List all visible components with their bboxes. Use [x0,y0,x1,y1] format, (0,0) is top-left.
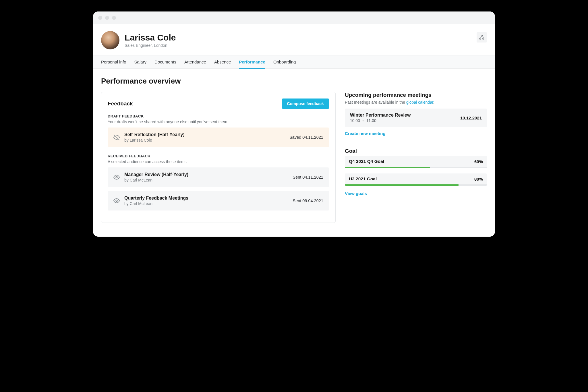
tabs-bar: Personal infoSalaryDocumentsAttendanceAb… [93,55,495,69]
goal-name: Q4 2021 Q4 Goal [349,159,384,164]
tab-documents[interactable]: Documents [154,55,176,68]
compose-feedback-button[interactable]: Compose feedback [282,99,329,109]
goals-heading: Goal [345,148,487,154]
feedback-item-status: Sent 04.11.2021 [293,175,323,179]
global-calendar-link[interactable]: global calendar [406,100,433,105]
goal-progress-fill [345,167,430,168]
tab-performance[interactable]: Performance [239,55,265,68]
feedback-item[interactable]: Manager Review (Half-Yearly) by Carl McL… [108,167,329,187]
window-control-dot[interactable] [98,16,102,20]
feedback-item-title: Quarterly Feedback Meetings [124,196,293,201]
meetings-hint-prefix: Past meetings are available in the [345,100,406,105]
tab-personal-info[interactable]: Personal info [101,55,126,68]
feedback-item-status: Saved 04.11.2021 [289,135,323,140]
feedback-item[interactable]: Quarterly Feedback Meetings by Carl McLe… [108,191,329,211]
goal-name: H2 2021 Goal [349,176,377,181]
tab-salary[interactable]: Salary [134,55,147,68]
app-window: Larissa Cole Sales Engineer, London Pers… [93,11,495,237]
tab-absence[interactable]: Absence [214,55,231,68]
meetings-hint: Past meetings are available in the globa… [345,100,487,105]
goal-progress-bar [345,167,487,168]
feedback-item[interactable]: Self-Reflection (Half-Yearly) by Larissa… [108,128,329,147]
tab-attendance[interactable]: Attendance [184,55,206,68]
user-subtitle: Sales Engineer, London [125,43,176,48]
eye-off-icon [113,134,121,140]
svg-point-4 [116,176,117,178]
eye-icon [113,198,121,204]
tab-onboarding[interactable]: Onboarding [273,55,296,68]
view-goals-link[interactable]: View goals [345,191,367,196]
draft-feedback-heading: DRAFT FEEDBACK [108,114,329,118]
window-control-dot[interactable] [112,16,116,20]
svg-rect-2 [483,38,484,39]
org-chart-button[interactable] [477,32,487,43]
feedback-item-author: by Larissa Cole [124,138,289,142]
meeting-date: 10.12.2021 [460,115,482,120]
svg-point-5 [116,200,117,202]
page-title: Performance overview [101,77,487,86]
eye-icon [113,174,121,180]
meetings-hint-suffix: . [433,100,434,105]
feedback-item-title: Self-Reflection (Half-Yearly) [124,132,289,137]
content-area: Performance overview Feedback Compose fe… [93,69,495,237]
goal-item[interactable]: Q4 2021 Q4 Goal60% [345,156,487,168]
section-divider [345,142,487,142]
svg-rect-1 [480,38,481,39]
avatar[interactable] [101,31,119,49]
create-meeting-link[interactable]: Create new meeting [345,131,386,136]
feedback-card: Feedback Compose feedback DRAFT FEEDBACK… [101,92,336,223]
window-titlebar [93,11,495,24]
goal-percent: 80% [474,177,483,181]
received-feedback-heading: RECEIVED FEEDBACK [108,154,329,158]
section-divider [345,202,487,202]
feedback-item-author: by Carl McLean [124,178,293,182]
received-feedback-hint: A selected audience can access these ite… [108,159,329,164]
goal-item[interactable]: H2 2021 Goal80% [345,173,487,186]
goal-progress-fill [345,184,459,186]
meeting-time: 10:00 → 11:00 [350,118,411,123]
svg-rect-0 [481,35,483,36]
feedback-item-status: Sent 09.04.2021 [293,198,323,203]
goal-progress-bar [345,184,487,186]
window-control-dot[interactable] [105,16,109,20]
goal-percent: 60% [474,159,483,164]
feedback-item-title: Manager Review (Half-Yearly) [124,172,293,177]
profile-header: Larissa Cole Sales Engineer, London [93,24,495,55]
feedback-item-author: by Carl McLean [124,201,293,206]
feedback-card-title: Feedback [108,101,133,107]
draft-feedback-hint: Your drafts won't be shared with anyone … [108,119,329,124]
meeting-item[interactable]: Winter Performance Review 10:00 → 11:00 … [345,109,487,127]
org-chart-icon [479,35,484,40]
meeting-title: Winter Performance Review [350,113,411,118]
meetings-heading: Upcoming performance meetings [345,92,487,98]
user-name: Larissa Cole [125,33,176,43]
